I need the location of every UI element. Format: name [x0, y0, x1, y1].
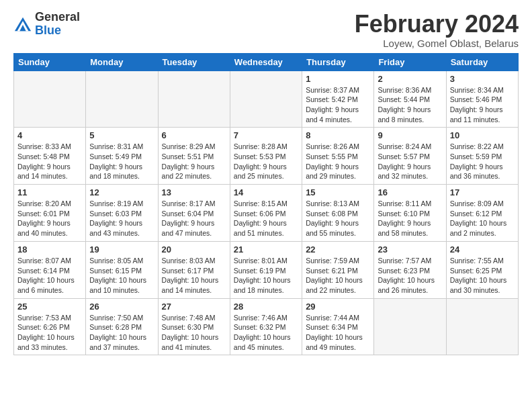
day-info: Sunrise: 8:15 AM Sunset: 6:06 PM Dayligh…	[234, 199, 298, 238]
calendar-cell: 3Sunrise: 8:34 AM Sunset: 5:46 PM Daylig…	[446, 71, 518, 128]
calendar-cell: 27Sunrise: 7:48 AM Sunset: 6:30 PM Dayli…	[158, 298, 230, 355]
logo: General Blue	[13, 11, 80, 38]
calendar-week-row: 1Sunrise: 8:37 AM Sunset: 5:42 PM Daylig…	[14, 71, 519, 128]
calendar-cell: 5Sunrise: 8:31 AM Sunset: 5:49 PM Daylig…	[86, 128, 158, 185]
calendar-cell	[14, 71, 86, 128]
calendar-cell: 12Sunrise: 8:19 AM Sunset: 6:03 PM Dayli…	[86, 185, 158, 242]
day-info: Sunrise: 7:50 AM Sunset: 6:28 PM Dayligh…	[89, 313, 154, 353]
day-number: 10	[450, 130, 515, 140]
weekday-header: Wednesday	[230, 53, 302, 71]
day-info: Sunrise: 7:55 AM Sunset: 6:25 PM Dayligh…	[450, 256, 515, 295]
day-number: 25	[17, 302, 82, 312]
day-info: Sunrise: 8:07 AM Sunset: 6:14 PM Dayligh…	[17, 256, 82, 295]
calendar-week-row: 4Sunrise: 8:33 AM Sunset: 5:48 PM Daylig…	[14, 128, 519, 185]
day-number: 11	[17, 187, 82, 197]
day-info: Sunrise: 8:33 AM Sunset: 5:48 PM Dayligh…	[17, 142, 82, 181]
month-year: February 2024	[355, 11, 519, 38]
calendar-cell: 22Sunrise: 7:59 AM Sunset: 6:21 PM Dayli…	[302, 241, 374, 298]
calendar-cell: 25Sunrise: 7:53 AM Sunset: 6:26 PM Dayli…	[14, 298, 86, 355]
calendar-cell: 9Sunrise: 8:24 AM Sunset: 5:57 PM Daylig…	[374, 128, 446, 185]
calendar: SundayMondayTuesdayWednesdayThursdayFrid…	[13, 53, 519, 356]
weekday-header: Monday	[86, 53, 158, 71]
day-info: Sunrise: 8:24 AM Sunset: 5:57 PM Dayligh…	[378, 142, 442, 181]
day-info: Sunrise: 8:36 AM Sunset: 5:44 PM Dayligh…	[378, 85, 442, 125]
calendar-cell: 19Sunrise: 8:05 AM Sunset: 6:15 PM Dayli…	[86, 241, 158, 298]
day-info: Sunrise: 8:19 AM Sunset: 6:03 PM Dayligh…	[89, 199, 154, 238]
day-info: Sunrise: 8:26 AM Sunset: 5:55 PM Dayligh…	[306, 142, 370, 181]
day-number: 5	[89, 130, 154, 140]
calendar-cell: 18Sunrise: 8:07 AM Sunset: 6:14 PM Dayli…	[14, 241, 86, 298]
logo-blue: Blue	[35, 24, 80, 38]
calendar-cell: 7Sunrise: 8:28 AM Sunset: 5:53 PM Daylig…	[230, 128, 302, 185]
day-info: Sunrise: 8:09 AM Sunset: 6:12 PM Dayligh…	[450, 199, 515, 238]
day-number: 19	[89, 244, 154, 255]
calendar-cell	[446, 298, 518, 355]
calendar-cell: 2Sunrise: 8:36 AM Sunset: 5:44 PM Daylig…	[374, 71, 446, 128]
day-info: Sunrise: 8:28 AM Sunset: 5:53 PM Dayligh…	[234, 142, 298, 181]
weekday-header: Thursday	[302, 53, 374, 71]
day-number: 21	[234, 244, 298, 255]
weekday-header: Sunday	[14, 53, 86, 71]
calendar-cell: 8Sunrise: 8:26 AM Sunset: 5:55 PM Daylig…	[302, 128, 374, 185]
day-number: 23	[378, 244, 442, 255]
calendar-cell: 15Sunrise: 8:13 AM Sunset: 6:08 PM Dayli…	[302, 185, 374, 242]
header: General Blue February 2024 Loyew, Gomel …	[13, 11, 519, 49]
day-number: 17	[450, 187, 515, 197]
day-number: 2	[378, 74, 442, 84]
weekday-header: Friday	[374, 53, 446, 71]
day-number: 13	[162, 187, 226, 197]
day-info: Sunrise: 8:01 AM Sunset: 6:19 PM Dayligh…	[234, 256, 298, 295]
day-number: 7	[234, 130, 298, 140]
logo-icon	[13, 15, 32, 34]
day-info: Sunrise: 8:11 AM Sunset: 6:10 PM Dayligh…	[378, 199, 442, 238]
logo-general: General	[35, 11, 80, 24]
day-number: 28	[234, 302, 298, 312]
calendar-cell	[374, 298, 446, 355]
day-info: Sunrise: 8:31 AM Sunset: 5:49 PM Dayligh…	[89, 142, 154, 181]
page: General Blue February 2024 Loyew, Gomel …	[0, 0, 532, 362]
calendar-cell: 17Sunrise: 8:09 AM Sunset: 6:12 PM Dayli…	[446, 185, 518, 242]
day-number: 14	[234, 187, 298, 197]
day-number: 29	[306, 302, 370, 312]
day-info: Sunrise: 7:59 AM Sunset: 6:21 PM Dayligh…	[306, 256, 370, 295]
calendar-cell: 21Sunrise: 8:01 AM Sunset: 6:19 PM Dayli…	[230, 241, 302, 298]
day-info: Sunrise: 8:29 AM Sunset: 5:51 PM Dayligh…	[162, 142, 226, 181]
calendar-cell: 20Sunrise: 8:03 AM Sunset: 6:17 PM Dayli…	[158, 241, 230, 298]
day-info: Sunrise: 8:34 AM Sunset: 5:46 PM Dayligh…	[450, 85, 515, 125]
day-info: Sunrise: 8:37 AM Sunset: 5:42 PM Dayligh…	[306, 85, 370, 125]
day-number: 24	[450, 244, 515, 255]
calendar-cell: 29Sunrise: 7:44 AM Sunset: 6:34 PM Dayli…	[302, 298, 374, 355]
day-info: Sunrise: 7:53 AM Sunset: 6:26 PM Dayligh…	[17, 313, 82, 353]
weekday-header: Saturday	[446, 53, 518, 71]
day-number: 8	[306, 130, 370, 140]
calendar-cell: 11Sunrise: 8:20 AM Sunset: 6:01 PM Dayli…	[14, 185, 86, 242]
calendar-cell	[86, 71, 158, 128]
day-number: 15	[306, 187, 370, 197]
day-number: 9	[378, 130, 442, 140]
day-info: Sunrise: 7:44 AM Sunset: 6:34 PM Dayligh…	[306, 313, 370, 353]
day-number: 3	[450, 74, 515, 84]
day-number: 27	[162, 302, 226, 312]
title-area: February 2024 Loyew, Gomel Oblast, Belar…	[355, 11, 519, 49]
day-number: 20	[162, 244, 226, 255]
day-info: Sunrise: 8:13 AM Sunset: 6:08 PM Dayligh…	[306, 199, 370, 238]
calendar-cell: 13Sunrise: 8:17 AM Sunset: 6:04 PM Dayli…	[158, 185, 230, 242]
day-info: Sunrise: 8:20 AM Sunset: 6:01 PM Dayligh…	[17, 199, 82, 238]
logo-text: General Blue	[35, 11, 80, 38]
day-info: Sunrise: 7:48 AM Sunset: 6:30 PM Dayligh…	[162, 313, 226, 353]
calendar-cell: 24Sunrise: 7:55 AM Sunset: 6:25 PM Dayli…	[446, 241, 518, 298]
calendar-cell: 10Sunrise: 8:22 AM Sunset: 5:59 PM Dayli…	[446, 128, 518, 185]
day-info: Sunrise: 7:46 AM Sunset: 6:32 PM Dayligh…	[234, 313, 298, 353]
calendar-cell: 26Sunrise: 7:50 AM Sunset: 6:28 PM Dayli…	[86, 298, 158, 355]
calendar-cell	[158, 71, 230, 128]
calendar-week-row: 11Sunrise: 8:20 AM Sunset: 6:01 PM Dayli…	[14, 185, 519, 242]
day-number: 1	[306, 74, 370, 84]
calendar-cell: 14Sunrise: 8:15 AM Sunset: 6:06 PM Dayli…	[230, 185, 302, 242]
calendar-cell: 1Sunrise: 8:37 AM Sunset: 5:42 PM Daylig…	[302, 71, 374, 128]
day-info: Sunrise: 8:22 AM Sunset: 5:59 PM Dayligh…	[450, 142, 515, 181]
day-info: Sunrise: 8:17 AM Sunset: 6:04 PM Dayligh…	[162, 199, 226, 238]
day-number: 4	[17, 130, 82, 140]
day-number: 22	[306, 244, 370, 255]
day-info: Sunrise: 8:03 AM Sunset: 6:17 PM Dayligh…	[162, 256, 226, 295]
calendar-cell: 28Sunrise: 7:46 AM Sunset: 6:32 PM Dayli…	[230, 298, 302, 355]
